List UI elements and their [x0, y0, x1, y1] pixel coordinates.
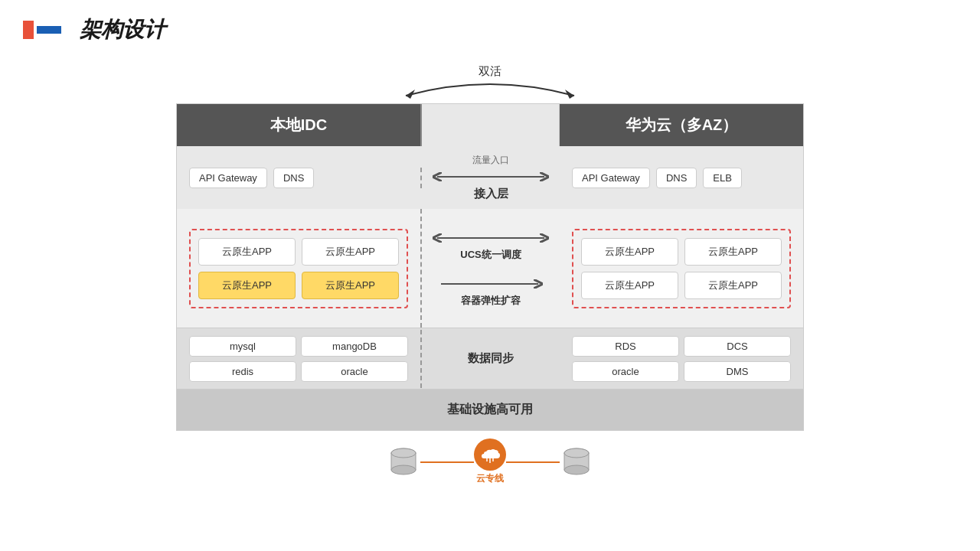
cloud-line-section: 云专线: [176, 431, 804, 488]
right-app-1: 云原生APP: [581, 238, 678, 266]
ucs-label: UCS统一调度: [460, 248, 521, 262]
left-col-header: 本地IDC: [177, 104, 422, 146]
cloud-line-label: 云专线: [476, 472, 504, 485]
page-title: 架构设计: [80, 15, 165, 44]
right-api-gateway: API Gateway: [572, 168, 650, 188]
columns-header: 本地IDC 华为云（多AZ）: [176, 103, 804, 146]
infra-row: 基础设施高可用: [176, 389, 804, 430]
data-oracle-left: oracle: [301, 361, 408, 382]
right-app-2: 云原生APP: [684, 238, 782, 266]
infra-label: 基础设施高可用: [447, 403, 533, 416]
access-layer-row: API Gateway DNS 流量入口: [176, 146, 804, 209]
svg-point-15: [564, 448, 589, 458]
db-icon-left: [387, 445, 420, 479]
page-container: 架构设计 双活 本地IDC 华为云（多AZ） AP: [0, 0, 980, 551]
right-app-4: 云原生APP: [684, 272, 782, 299]
data-oracle-right: oracle: [572, 361, 679, 382]
elastic-arrow: [437, 276, 544, 292]
left-dns: DNS: [273, 168, 314, 188]
svg-point-7: [391, 465, 416, 474]
diagram-area: 双活 本地IDC 华为云（多AZ） API Gateway DNS: [176, 61, 804, 488]
data-dcs: DCS: [684, 336, 791, 357]
cloud-line-right: [506, 461, 560, 463]
data-sync-row: mysql mangoDB redis oracle 数据同步 RDS DCS …: [176, 328, 804, 389]
left-app-3: 云原生APP: [198, 272, 296, 299]
cloud-icon: [480, 446, 500, 463]
svg-point-8: [391, 448, 416, 458]
ucs-arrow: [430, 230, 552, 246]
left-app-4: 云原生APP: [302, 272, 399, 299]
db-icon-right: [560, 445, 593, 479]
right-elb: ELB: [703, 168, 742, 188]
dual-active-label: 双活: [479, 64, 501, 79]
data-mongodb: mangoDB: [301, 336, 408, 357]
data-redis: redis: [189, 361, 296, 382]
cloud-badge: 云专线: [474, 439, 506, 485]
elastic-label: 容器弹性扩容: [461, 294, 521, 308]
right-dns: DNS: [656, 168, 697, 188]
svg-point-14: [564, 465, 589, 474]
left-app-2: 云原生APP: [302, 238, 399, 266]
access-label: 接入层: [474, 187, 508, 201]
access-arrow: [430, 168, 552, 185]
data-sync-label: 数据同步: [468, 351, 514, 366]
cloud-badge-circle: [474, 439, 506, 471]
data-rds: RDS: [572, 336, 679, 357]
left-app-1: 云原生APP: [198, 238, 296, 266]
right-app-3: 云原生APP: [581, 272, 678, 299]
data-dms: DMS: [684, 361, 791, 382]
cloud-line-left: [420, 461, 474, 463]
header: 架构设计: [0, 0, 980, 52]
container-row: 云原生APP 云原生APP 云原生APP 云原生APP: [176, 209, 804, 328]
flow-label: 流量入口: [472, 154, 509, 167]
right-col-header: 华为云（多AZ）: [560, 104, 803, 146]
data-mysql: mysql: [189, 336, 296, 357]
left-api-gateway: API Gateway: [189, 168, 267, 188]
